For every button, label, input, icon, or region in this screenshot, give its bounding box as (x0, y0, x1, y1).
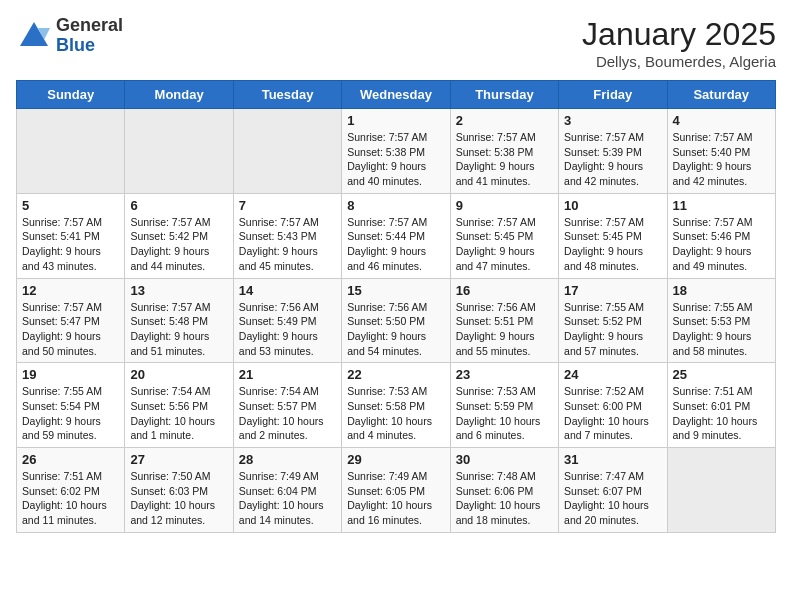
day-content: Sunrise: 7:57 AM (456, 130, 553, 145)
day-content: Sunrise: 7:57 AM (22, 215, 119, 230)
day-content: Sunrise: 7:55 AM (22, 384, 119, 399)
day-number: 27 (130, 452, 227, 467)
calendar-week-row: 12Sunrise: 7:57 AMSunset: 5:47 PMDayligh… (17, 278, 776, 363)
day-content: Daylight: 10 hours and 18 minutes. (456, 498, 553, 527)
day-number: 8 (347, 198, 444, 213)
day-number: 10 (564, 198, 661, 213)
day-content: Sunset: 5:48 PM (130, 314, 227, 329)
calendar-cell: 8Sunrise: 7:57 AMSunset: 5:44 PMDaylight… (342, 193, 450, 278)
calendar-cell: 14Sunrise: 7:56 AMSunset: 5:49 PMDayligh… (233, 278, 341, 363)
calendar-cell (667, 448, 775, 533)
day-content: Sunset: 5:44 PM (347, 229, 444, 244)
day-content: Sunrise: 7:57 AM (130, 300, 227, 315)
day-content: Sunrise: 7:50 AM (130, 469, 227, 484)
day-content: Sunrise: 7:57 AM (564, 130, 661, 145)
day-content: Sunrise: 7:53 AM (456, 384, 553, 399)
calendar-table: SundayMondayTuesdayWednesdayThursdayFrid… (16, 80, 776, 533)
day-content: Sunset: 5:53 PM (673, 314, 770, 329)
day-number: 19 (22, 367, 119, 382)
calendar-cell: 17Sunrise: 7:55 AMSunset: 5:52 PMDayligh… (559, 278, 667, 363)
day-content: Sunrise: 7:51 AM (673, 384, 770, 399)
weekday-header: Saturday (667, 81, 775, 109)
day-content: Sunrise: 7:53 AM (347, 384, 444, 399)
day-content: Daylight: 9 hours and 55 minutes. (456, 329, 553, 358)
day-content: Sunrise: 7:48 AM (456, 469, 553, 484)
day-content: Sunrise: 7:55 AM (673, 300, 770, 315)
weekday-header: Tuesday (233, 81, 341, 109)
day-content: Daylight: 9 hours and 59 minutes. (22, 414, 119, 443)
calendar-cell: 16Sunrise: 7:56 AMSunset: 5:51 PMDayligh… (450, 278, 558, 363)
calendar-cell: 15Sunrise: 7:56 AMSunset: 5:50 PMDayligh… (342, 278, 450, 363)
day-content: Sunset: 5:49 PM (239, 314, 336, 329)
day-number: 30 (456, 452, 553, 467)
day-content: Daylight: 9 hours and 57 minutes. (564, 329, 661, 358)
day-content: Sunset: 6:02 PM (22, 484, 119, 499)
calendar-cell: 4Sunrise: 7:57 AMSunset: 5:40 PMDaylight… (667, 109, 775, 194)
day-number: 12 (22, 283, 119, 298)
day-number: 26 (22, 452, 119, 467)
day-content: Daylight: 10 hours and 14 minutes. (239, 498, 336, 527)
calendar-cell: 11Sunrise: 7:57 AMSunset: 5:46 PMDayligh… (667, 193, 775, 278)
day-number: 16 (456, 283, 553, 298)
day-content: Sunrise: 7:51 AM (22, 469, 119, 484)
day-number: 21 (239, 367, 336, 382)
day-content: Sunrise: 7:49 AM (239, 469, 336, 484)
day-content: Sunrise: 7:56 AM (347, 300, 444, 315)
day-content: Daylight: 10 hours and 9 minutes. (673, 414, 770, 443)
calendar-subtitle: Dellys, Boumerdes, Algeria (582, 53, 776, 70)
logo-text: General Blue (56, 16, 123, 56)
day-content: Daylight: 10 hours and 12 minutes. (130, 498, 227, 527)
weekday-header: Thursday (450, 81, 558, 109)
day-content: Sunrise: 7:57 AM (564, 215, 661, 230)
calendar-cell: 22Sunrise: 7:53 AMSunset: 5:58 PMDayligh… (342, 363, 450, 448)
weekday-header: Friday (559, 81, 667, 109)
day-content: Sunset: 5:41 PM (22, 229, 119, 244)
day-number: 18 (673, 283, 770, 298)
day-number: 2 (456, 113, 553, 128)
day-content: Daylight: 9 hours and 53 minutes. (239, 329, 336, 358)
day-content: Sunset: 6:03 PM (130, 484, 227, 499)
day-number: 25 (673, 367, 770, 382)
day-content: Daylight: 9 hours and 47 minutes. (456, 244, 553, 273)
day-content: Daylight: 9 hours and 50 minutes. (22, 329, 119, 358)
calendar-cell: 20Sunrise: 7:54 AMSunset: 5:56 PMDayligh… (125, 363, 233, 448)
day-content: Sunrise: 7:47 AM (564, 469, 661, 484)
day-content: Sunrise: 7:49 AM (347, 469, 444, 484)
day-content: Sunset: 5:50 PM (347, 314, 444, 329)
title-block: January 2025 Dellys, Boumerdes, Algeria (582, 16, 776, 70)
calendar-cell: 24Sunrise: 7:52 AMSunset: 6:00 PMDayligh… (559, 363, 667, 448)
day-number: 31 (564, 452, 661, 467)
calendar-cell: 21Sunrise: 7:54 AMSunset: 5:57 PMDayligh… (233, 363, 341, 448)
day-content: Sunrise: 7:57 AM (239, 215, 336, 230)
calendar-cell: 2Sunrise: 7:57 AMSunset: 5:38 PMDaylight… (450, 109, 558, 194)
calendar-cell: 31Sunrise: 7:47 AMSunset: 6:07 PMDayligh… (559, 448, 667, 533)
day-content: Sunset: 5:56 PM (130, 399, 227, 414)
calendar-cell: 28Sunrise: 7:49 AMSunset: 6:04 PMDayligh… (233, 448, 341, 533)
day-content: Sunset: 5:40 PM (673, 145, 770, 160)
calendar-cell: 1Sunrise: 7:57 AMSunset: 5:38 PMDaylight… (342, 109, 450, 194)
day-number: 6 (130, 198, 227, 213)
day-number: 17 (564, 283, 661, 298)
weekday-header: Monday (125, 81, 233, 109)
day-content: Sunset: 6:01 PM (673, 399, 770, 414)
day-content: Sunrise: 7:57 AM (347, 130, 444, 145)
day-content: Sunset: 5:45 PM (456, 229, 553, 244)
calendar-cell: 12Sunrise: 7:57 AMSunset: 5:47 PMDayligh… (17, 278, 125, 363)
day-content: Daylight: 10 hours and 6 minutes. (456, 414, 553, 443)
calendar-week-row: 5Sunrise: 7:57 AMSunset: 5:41 PMDaylight… (17, 193, 776, 278)
day-number: 1 (347, 113, 444, 128)
calendar-cell: 30Sunrise: 7:48 AMSunset: 6:06 PMDayligh… (450, 448, 558, 533)
logo-general-text: General (56, 16, 123, 36)
day-content: Sunrise: 7:57 AM (130, 215, 227, 230)
day-content: Sunrise: 7:57 AM (673, 215, 770, 230)
day-content: Sunset: 5:58 PM (347, 399, 444, 414)
day-content: Daylight: 9 hours and 45 minutes. (239, 244, 336, 273)
calendar-cell (125, 109, 233, 194)
day-content: Sunset: 5:43 PM (239, 229, 336, 244)
day-content: Daylight: 10 hours and 2 minutes. (239, 414, 336, 443)
day-content: Sunset: 5:51 PM (456, 314, 553, 329)
calendar-cell: 3Sunrise: 7:57 AMSunset: 5:39 PMDaylight… (559, 109, 667, 194)
day-content: Sunset: 5:42 PM (130, 229, 227, 244)
day-number: 11 (673, 198, 770, 213)
day-content: Daylight: 10 hours and 16 minutes. (347, 498, 444, 527)
